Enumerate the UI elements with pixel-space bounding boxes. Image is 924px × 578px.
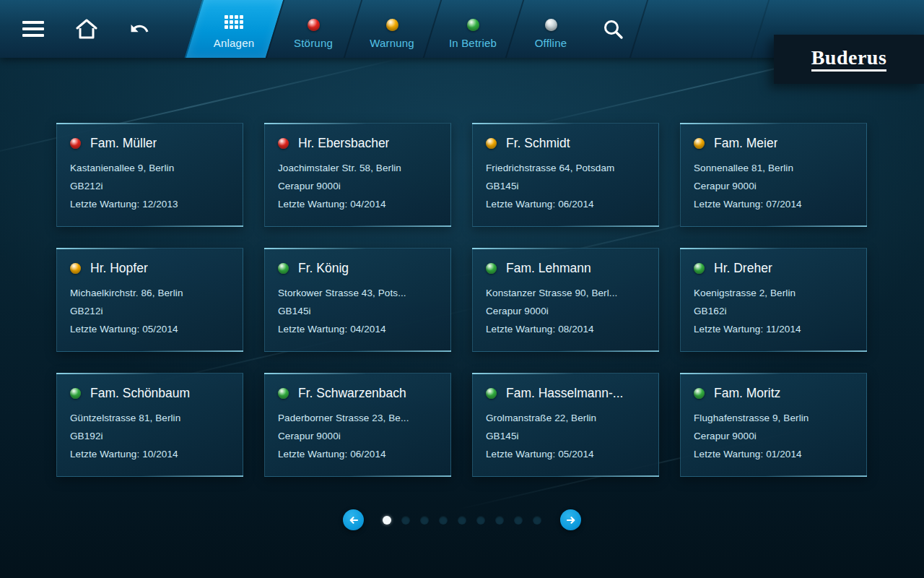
tab-offline[interactable]: Offline bbox=[514, 0, 588, 58]
customer-name: Fr. Schwarzenbach bbox=[298, 386, 406, 401]
plant-card[interactable]: Fam. Hasselmann-... Grolmanstraße 22, Be… bbox=[472, 373, 659, 477]
separator bbox=[751, 0, 770, 58]
status-dot-icon bbox=[278, 388, 289, 399]
boiler-model: GB212i bbox=[70, 181, 230, 191]
last-service-date: Letzte Wartung: 10/2014 bbox=[70, 449, 230, 460]
status-dot-icon bbox=[70, 388, 81, 399]
plant-card[interactable]: Hr. Dreher Koenigstrasse 2, Berlin GB162… bbox=[680, 248, 867, 352]
home-button[interactable] bbox=[66, 9, 107, 49]
customer-name: Fr. Schmidt bbox=[506, 136, 570, 151]
customer-address: Paderborner Strasse 23, Be... bbox=[278, 413, 437, 423]
plant-card[interactable]: Fam. Schönbaum Güntzelstrasse 81, Berlin… bbox=[56, 373, 243, 477]
card-header: Fam. Schönbaum bbox=[70, 385, 230, 401]
last-service-date: Letzte Wartung: 05/2014 bbox=[486, 449, 645, 460]
boiler-model: GB145i bbox=[278, 306, 437, 316]
customer-name: Hr. Dreher bbox=[714, 261, 772, 276]
boiler-model: GB145i bbox=[486, 431, 645, 441]
undo-arrow-icon bbox=[129, 20, 151, 38]
customer-name: Fam. Müller bbox=[90, 136, 157, 151]
buderus-logo: Buderus bbox=[774, 35, 924, 84]
plant-card[interactable]: Fam. Moritz Flughafenstrasse 9, Berlin C… bbox=[680, 373, 867, 477]
customer-name: Hr. Hopfer bbox=[90, 261, 148, 276]
customer-address: Friedrichstrasse 64, Potsdam bbox=[486, 163, 645, 173]
page-dot[interactable] bbox=[458, 516, 466, 525]
page-dot[interactable] bbox=[439, 516, 448, 525]
status-dot-icon bbox=[694, 138, 705, 149]
card-header: Hr. Dreher bbox=[694, 260, 853, 276]
home-icon bbox=[76, 19, 97, 39]
status-dot-icon bbox=[70, 138, 81, 149]
status-dot-icon bbox=[486, 263, 497, 274]
last-service-date: Letzte Wartung: 04/2014 bbox=[278, 199, 437, 210]
plant-card[interactable]: Fr. König Storkower Strasse 43, Pots... … bbox=[264, 248, 451, 352]
tab-in-betrieb[interactable]: In Betrieb bbox=[432, 0, 514, 58]
grid-icon bbox=[225, 15, 243, 29]
page-dot[interactable] bbox=[514, 516, 523, 525]
last-service-date: Letzte Wartung: 11/2014 bbox=[694, 324, 853, 335]
card-header: Fr. Schmidt bbox=[486, 135, 645, 151]
page-dot[interactable] bbox=[495, 516, 504, 525]
plant-card[interactable]: Fr. Schwarzenbach Paderborner Strasse 23… bbox=[264, 373, 451, 477]
boiler-model: Cerapur 9000i bbox=[278, 431, 437, 441]
search-area bbox=[588, 0, 638, 58]
nav-left-group bbox=[0, 0, 160, 58]
page-dot[interactable] bbox=[533, 516, 541, 525]
last-service-date: Letzte Wartung: 01/2014 bbox=[694, 449, 853, 460]
tab-label: In Betrieb bbox=[449, 37, 497, 49]
customer-name: Fam. Lehmann bbox=[506, 261, 591, 276]
status-dot-icon bbox=[486, 138, 497, 149]
page-dot[interactable] bbox=[401, 516, 410, 525]
arrow-right-icon bbox=[565, 514, 577, 526]
plant-card[interactable]: Fr. Schmidt Friedrichstrasse 64, Potsdam… bbox=[472, 123, 659, 227]
page-dot[interactable] bbox=[476, 516, 485, 525]
boiler-model: Cerapur 9000i bbox=[694, 181, 853, 191]
last-service-date: Letzte Wartung: 04/2014 bbox=[278, 324, 437, 335]
buderus-logo-text: Buderus bbox=[811, 47, 887, 72]
status-yellow-icon bbox=[386, 19, 398, 31]
tab-anlagen[interactable]: Anlagen bbox=[193, 0, 274, 58]
search-icon bbox=[602, 18, 624, 40]
plant-card[interactable]: Hr. Hopfer Michaelkirchstr. 86, Berlin G… bbox=[56, 248, 243, 352]
back-button[interactable] bbox=[120, 9, 160, 49]
customer-name: Fam. Meier bbox=[714, 136, 777, 151]
customer-name: Fam. Schönbaum bbox=[90, 386, 190, 401]
status-dot-icon bbox=[278, 138, 289, 149]
status-dot-icon bbox=[694, 263, 705, 274]
plant-card[interactable]: Fam. Lehmann Konstanzer Strasse 90, Berl… bbox=[472, 248, 659, 352]
customer-name: Fam. Moritz bbox=[714, 386, 780, 401]
card-header: Fam. Meier bbox=[694, 135, 853, 151]
page-dot[interactable] bbox=[383, 516, 391, 525]
boiler-model: Cerapur 9000i bbox=[278, 181, 437, 191]
previous-page-button[interactable] bbox=[343, 509, 364, 530]
customer-address: Flughafenstrasse 9, Berlin bbox=[694, 413, 853, 423]
boiler-model: Cerapur 9000i bbox=[694, 431, 853, 441]
last-service-date: Letzte Wartung: 05/2014 bbox=[70, 324, 230, 335]
customer-address: Konstanzer Strasse 90, Berl... bbox=[486, 288, 645, 298]
status-offline-icon bbox=[545, 19, 557, 31]
plant-card[interactable]: Hr. Ebersbacher Joachimstaler Str. 58, B… bbox=[264, 123, 451, 227]
customer-name: Fam. Hasselmann-... bbox=[506, 386, 623, 401]
next-page-button[interactable] bbox=[560, 509, 581, 530]
card-header: Fam. Lehmann bbox=[486, 260, 645, 276]
hamburger-icon bbox=[22, 21, 44, 37]
card-header: Fr. Schwarzenbach bbox=[278, 385, 437, 401]
plant-card[interactable]: Fam. Müller Kastanienallee 9, Berlin GB2… bbox=[56, 123, 243, 227]
cards-grid: Fam. Müller Kastanienallee 9, Berlin GB2… bbox=[56, 123, 867, 477]
status-dot-icon bbox=[694, 388, 705, 399]
tab-label: Störung bbox=[294, 37, 333, 49]
last-service-date: Letzte Wartung: 08/2014 bbox=[486, 324, 645, 335]
status-dot-icon bbox=[278, 263, 289, 274]
pagination bbox=[0, 509, 924, 530]
tab-warnung[interactable]: Warnung bbox=[352, 0, 432, 58]
last-service-date: Letzte Wartung: 06/2014 bbox=[278, 449, 437, 460]
page-dot[interactable] bbox=[420, 516, 429, 525]
pagination-dots bbox=[383, 516, 541, 525]
menu-button[interactable] bbox=[13, 9, 53, 49]
last-service-date: Letzte Wartung: 06/2014 bbox=[486, 199, 645, 210]
filter-tabs: Anlagen Störung Warnung In Betrieb Offli… bbox=[193, 0, 588, 58]
search-button[interactable] bbox=[588, 9, 638, 49]
customer-name: Hr. Ebersbacher bbox=[298, 136, 389, 151]
tab-stoerung[interactable]: Störung bbox=[274, 0, 352, 58]
plant-card[interactable]: Fam. Meier Sonnenallee 81, Berlin Cerapu… bbox=[680, 123, 867, 227]
customer-address: Grolmanstraße 22, Berlin bbox=[486, 413, 645, 423]
